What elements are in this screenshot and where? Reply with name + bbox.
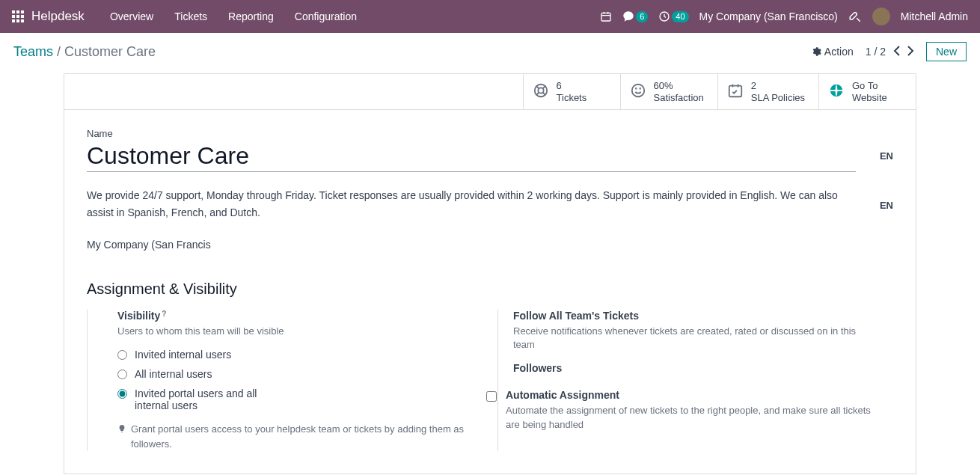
company-field[interactable]: My Company (San Francis bbox=[87, 239, 893, 251]
activities-icon[interactable]: 40 bbox=[658, 10, 688, 22]
stat-satisfaction[interactable]: 60% Satisfaction bbox=[620, 74, 717, 109]
nav-configuration[interactable]: Configuration bbox=[284, 10, 367, 22]
bulb-icon bbox=[117, 423, 126, 438]
auto-assignment-row: Automatic Assignment Automate the assign… bbox=[486, 389, 871, 441]
form-sheet: 6 Tickets 60% Satisfaction bbox=[64, 73, 916, 474]
two-col: Visibility ? Users to whom this team wil… bbox=[87, 310, 893, 451]
stat-website-line2: Website bbox=[852, 92, 887, 104]
visibility-radio-2[interactable] bbox=[117, 389, 127, 399]
svg-rect-1 bbox=[16, 10, 19, 13]
navbar: Helpdesk Overview Tickets Reporting Conf… bbox=[0, 0, 980, 33]
name-lang-tag[interactable]: EN bbox=[880, 150, 893, 162]
visibility-option-1-label: All internal users bbox=[135, 368, 212, 380]
nav-reporting[interactable]: Reporting bbox=[218, 10, 284, 22]
visibility-option-1[interactable]: All internal users bbox=[117, 368, 475, 380]
pager-text[interactable]: 1 / 2 bbox=[866, 46, 886, 58]
visibility-radio-group: Invited internal users All internal user… bbox=[117, 349, 475, 411]
visibility-title: Visibility bbox=[117, 310, 160, 322]
action-label: Action bbox=[824, 46, 854, 58]
followers-label: Followers bbox=[513, 362, 871, 374]
svg-point-15 bbox=[640, 88, 640, 88]
col-visibility: Visibility ? Users to whom this team wil… bbox=[87, 310, 497, 451]
description-row: We provide 24/7 support, Monday through … bbox=[87, 187, 893, 221]
avatar[interactable] bbox=[872, 7, 890, 25]
stat-row: 6 Tickets 60% Satisfaction bbox=[64, 74, 916, 110]
svg-rect-3 bbox=[12, 15, 15, 18]
nav-overview[interactable]: Overview bbox=[99, 10, 164, 22]
apps-icon[interactable] bbox=[12, 10, 24, 22]
stat-tickets-label: Tickets bbox=[557, 92, 587, 104]
app-title[interactable]: Helpdesk bbox=[31, 9, 85, 24]
globe-icon bbox=[828, 82, 845, 102]
name-field-block: Name EN bbox=[87, 128, 893, 172]
calendar-icon[interactable] bbox=[600, 10, 612, 22]
section-assignment-visibility: Assignment & Visibility bbox=[87, 281, 893, 298]
svg-rect-0 bbox=[12, 10, 15, 13]
name-label: Name bbox=[87, 128, 893, 139]
messages-icon[interactable]: 6 bbox=[622, 10, 648, 22]
breadcrumb-root[interactable]: Teams bbox=[13, 44, 53, 59]
stat-website-line1: Go To bbox=[852, 80, 887, 92]
username[interactable]: Mitchell Admin bbox=[901, 10, 968, 22]
activities-badge: 40 bbox=[672, 11, 688, 22]
stat-sla[interactable]: 2 SLA Policies bbox=[717, 74, 818, 109]
breadcrumb: Teams / Customer Care bbox=[13, 44, 156, 60]
stat-website[interactable]: Go To Website bbox=[818, 74, 916, 109]
visibility-option-2[interactable]: Invited portal users and all internal us… bbox=[117, 387, 475, 411]
follow-desc: Receive notifications whenever tickets a… bbox=[513, 325, 871, 352]
col-follow: Follow All Team's Tickets Receive notifi… bbox=[497, 310, 893, 451]
visibility-radio-0[interactable] bbox=[117, 350, 127, 360]
auto-assignment-checkbox[interactable] bbox=[486, 391, 497, 402]
description-text[interactable]: We provide 24/7 support, Monday through … bbox=[87, 187, 871, 221]
visibility-heading: Visibility ? bbox=[117, 310, 475, 322]
subheader-right: Action 1 / 2 New bbox=[811, 42, 967, 61]
breadcrumb-current: Customer Care bbox=[64, 44, 156, 59]
calendar-check-icon bbox=[727, 82, 744, 102]
svg-rect-5 bbox=[21, 15, 24, 18]
svg-point-12 bbox=[538, 88, 543, 93]
navbar-left: Helpdesk Overview Tickets Reporting Conf… bbox=[12, 9, 367, 24]
visibility-radio-1[interactable] bbox=[117, 370, 127, 379]
svg-point-14 bbox=[635, 88, 636, 88]
company-selector[interactable]: My Company (San Francisco) bbox=[699, 10, 838, 22]
stat-satisfaction-value: 60% bbox=[654, 80, 704, 92]
navbar-right: 6 40 My Company (San Francisco) Mitchell… bbox=[600, 7, 968, 25]
svg-rect-2 bbox=[21, 10, 24, 13]
messages-badge: 6 bbox=[636, 11, 648, 22]
visibility-option-0-label: Invited internal users bbox=[135, 349, 231, 361]
svg-rect-7 bbox=[16, 19, 19, 22]
stat-sla-value: 2 bbox=[751, 80, 805, 92]
stat-satisfaction-label: Satisfaction bbox=[654, 92, 704, 104]
content-area: Teams / Customer Care Action 1 / 2 New bbox=[0, 33, 980, 475]
description-lang-tag[interactable]: EN bbox=[880, 200, 893, 211]
pager-next[interactable] bbox=[907, 46, 914, 58]
sheet-body: Name EN We provide 24/7 support, Monday … bbox=[64, 110, 916, 474]
smile-icon bbox=[630, 82, 646, 102]
visibility-hint: Grant portal users access to your helpde… bbox=[117, 422, 475, 451]
stat-tickets-value: 6 bbox=[557, 80, 587, 92]
scroll-region[interactable]: 6 Tickets 60% Satisfaction bbox=[0, 67, 980, 475]
visibility-hint-text: Grant portal users access to your helpde… bbox=[131, 422, 475, 451]
visibility-option-2-label: Invited portal users and all internal us… bbox=[135, 387, 292, 411]
breadcrumb-sep: / bbox=[57, 44, 61, 59]
help-icon[interactable]: ? bbox=[162, 310, 166, 318]
svg-rect-9 bbox=[601, 13, 610, 21]
visibility-option-0[interactable]: Invited internal users bbox=[117, 349, 475, 361]
stat-tickets[interactable]: 6 Tickets bbox=[523, 74, 620, 109]
follow-block: Follow All Team's Tickets Receive notifi… bbox=[513, 310, 871, 374]
pager-prev[interactable] bbox=[893, 46, 901, 58]
stat-sla-label: SLA Policies bbox=[751, 92, 805, 104]
name-input[interactable] bbox=[87, 139, 856, 172]
new-button[interactable]: New bbox=[926, 42, 967, 61]
svg-point-13 bbox=[631, 84, 644, 96]
debug-icon[interactable] bbox=[848, 10, 862, 23]
pager: 1 / 2 bbox=[866, 46, 914, 58]
follow-title: Follow All Team's Tickets bbox=[513, 310, 871, 322]
nav-tickets[interactable]: Tickets bbox=[164, 10, 218, 22]
visibility-subdesc: Users to whom this team will be visible bbox=[117, 325, 475, 338]
svg-rect-4 bbox=[16, 15, 19, 18]
life-ring-icon bbox=[533, 82, 549, 102]
subheader: Teams / Customer Care Action 1 / 2 New bbox=[0, 33, 980, 67]
action-button[interactable]: Action bbox=[811, 46, 854, 58]
auto-title: Automatic Assignment bbox=[506, 389, 871, 401]
